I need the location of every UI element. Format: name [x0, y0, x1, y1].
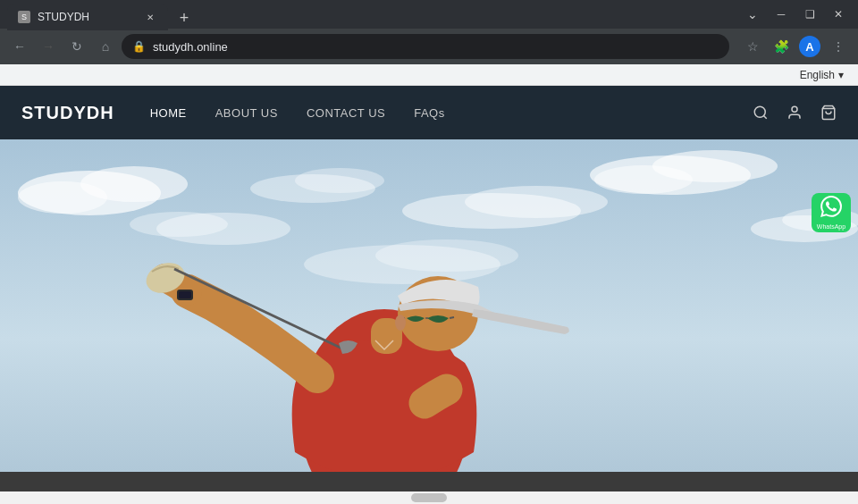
cart-button[interactable]	[820, 105, 837, 121]
svg-point-29	[395, 315, 406, 331]
tab-bar: S STUDYDH ✕ +	[7, 0, 740, 30]
new-tab-button[interactable]: +	[172, 5, 197, 30]
nav-icons	[753, 105, 837, 121]
address-bar: ← → ↻ ⌂ 🔒 studydh.online ☆ 🧩 A ⋮	[0, 29, 858, 64]
language-selector[interactable]: English ▾	[800, 69, 844, 81]
language-bar: English ▾	[0, 64, 858, 86]
browser-tab[interactable]: S STUDYDH ✕	[7, 4, 168, 30]
nav-contact[interactable]: CONTACT US	[307, 106, 385, 120]
forward-button[interactable]: →	[36, 34, 61, 59]
website-content: STUDYDH HOME ABOUT US CONTACT US FAQs	[0, 86, 858, 472]
home-button[interactable]: ⌂	[93, 34, 118, 59]
url-text: studydh.online	[153, 40, 719, 54]
svg-point-2	[792, 106, 797, 112]
tab-close-button[interactable]: ✕	[143, 10, 157, 24]
extensions-button[interactable]: 🧩	[769, 34, 794, 59]
hero-section: WhatsApp	[0, 139, 858, 472]
restore-button[interactable]: ❑	[797, 5, 822, 23]
account-button[interactable]	[786, 105, 803, 121]
dropdown-arrow: ▾	[838, 69, 844, 81]
close-button[interactable]: ✕	[826, 5, 851, 23]
svg-line-1	[763, 115, 766, 118]
svg-point-18	[130, 212, 228, 237]
url-bar[interactable]: 🔒 studydh.online	[122, 34, 729, 59]
browser-chrome: S STUDYDH ✕ + ⌄ ─ ❑ ✕ ← → ↻ ⌂ 🔒 studydh.…	[0, 0, 858, 64]
profile-button[interactable]: A	[797, 34, 822, 59]
profile-avatar: A	[799, 36, 820, 57]
svg-line-27	[450, 317, 454, 318]
tab-favicon: S	[18, 11, 30, 23]
svg-point-7	[18, 181, 107, 214]
svg-point-14	[295, 168, 384, 193]
svg-point-20	[375, 239, 518, 272]
whatsapp-label: WhatsApp	[817, 223, 845, 230]
menu-button[interactable]: ⋮	[826, 34, 851, 59]
nav-about[interactable]: ABOUT US	[215, 106, 278, 120]
svg-point-10	[594, 165, 693, 194]
window-controls: ⌄ ─ ❑ ✕	[747, 5, 851, 23]
lock-icon: 🔒	[132, 40, 146, 53]
minimize-button[interactable]: ─	[769, 5, 794, 23]
search-button[interactable]	[753, 105, 769, 121]
bookmark-button[interactable]: ☆	[740, 34, 765, 59]
back-button[interactable]: ←	[7, 34, 32, 59]
site-nav: STUDYDH HOME ABOUT US CONTACT US FAQs	[0, 86, 858, 139]
site-logo[interactable]: STUDYDH	[21, 103, 114, 123]
whatsapp-button[interactable]: WhatsApp	[812, 193, 851, 232]
refresh-button[interactable]: ↻	[64, 34, 89, 59]
nav-faqs[interactable]: FAQs	[414, 106, 445, 120]
whatsapp-icon	[820, 196, 842, 223]
nav-home[interactable]: HOME	[150, 106, 187, 120]
title-bar: S STUDYDH ✕ + ⌄ ─ ❑ ✕	[0, 0, 858, 29]
svg-point-0	[754, 106, 765, 117]
nav-links: HOME ABOUT US CONTACT US FAQs	[150, 106, 753, 120]
toolbar-right: ☆ 🧩 A ⋮	[740, 34, 851, 59]
tab-title: STUDYDH	[38, 11, 136, 23]
language-label: English	[800, 69, 835, 81]
hero-background	[0, 139, 858, 472]
svg-point-12	[465, 186, 608, 218]
svg-rect-31	[179, 291, 191, 298]
